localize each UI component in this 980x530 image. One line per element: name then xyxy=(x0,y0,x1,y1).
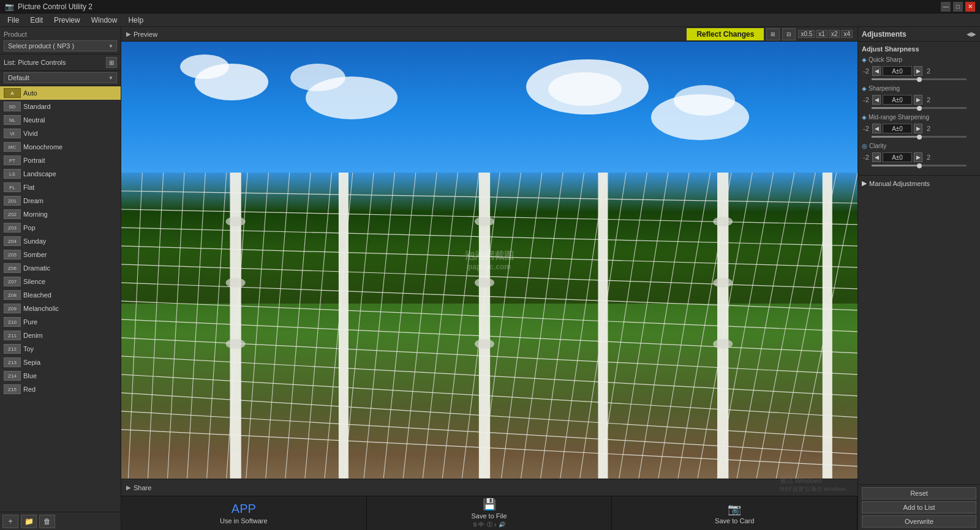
maximize-button[interactable]: □ xyxy=(953,2,963,12)
new-preset-button[interactable]: + xyxy=(2,515,18,528)
clarity-slider[interactable] xyxy=(862,165,976,166)
preset-item-dramatic[interactable]: Z06Dramatic xyxy=(0,261,121,275)
preset-item-bleached[interactable]: Z08Bleached xyxy=(0,288,121,302)
menubar: File Edit Preview Window Help xyxy=(0,13,980,27)
save-to-card-button[interactable]: 📷 Save to Card xyxy=(612,496,858,530)
sharpening-slider[interactable] xyxy=(862,107,976,109)
menu-window[interactable]: Window xyxy=(86,15,123,26)
menu-help[interactable]: Help xyxy=(123,15,148,26)
preset-icon-denim: Z11 xyxy=(4,330,21,340)
right-panel-collapse[interactable]: ◀▶ xyxy=(967,29,976,39)
preset-name-vivid: Vivid xyxy=(23,130,38,137)
quick-sharp-icon: ◈ xyxy=(862,56,867,63)
svg-point-64 xyxy=(713,339,733,349)
preset-icon-flat: FL xyxy=(4,182,21,192)
preset-item-red[interactable]: Z15Red xyxy=(0,383,121,396)
midrange-slider[interactable] xyxy=(862,136,976,138)
preset-icon-sunday: Z04 xyxy=(4,236,21,246)
preset-name-flat: Flat xyxy=(23,184,34,191)
preset-dropdown[interactable]: Default xyxy=(0,71,121,86)
app-title: Picture Control Utility 2 xyxy=(18,2,92,11)
preset-item-flat[interactable]: FLFlat xyxy=(0,181,121,194)
app-icon-bottom: APP xyxy=(232,502,256,516)
preset-icon-silence: Z07 xyxy=(4,277,21,286)
delete-button[interactable]: 🗑 xyxy=(39,515,55,528)
preset-item-dream[interactable]: Z01Dream xyxy=(0,194,121,207)
minimize-button[interactable]: — xyxy=(941,2,951,12)
preset-item-sepia[interactable]: Z13Sepia xyxy=(0,356,121,369)
preset-item-morning[interactable]: Z02Morning xyxy=(0,207,121,221)
clarity-inc[interactable]: ▶ xyxy=(914,152,922,162)
preset-item-pure[interactable]: Z10Pure xyxy=(0,315,121,329)
preset-icon-pop: Z03 xyxy=(4,223,21,233)
preset-item-auto[interactable]: AAuto xyxy=(0,86,121,100)
preset-item-silence[interactable]: Z07Silence xyxy=(0,275,121,288)
menu-preview[interactable]: Preview xyxy=(49,15,85,26)
preset-item-monochrome[interactable]: MCMonochrome xyxy=(0,140,121,154)
manual-adjustments-section: ▶ Manual Adjustments xyxy=(858,176,980,191)
preset-item-vivid[interactable]: VIVivid xyxy=(0,127,121,140)
svg-rect-55 xyxy=(823,173,832,479)
product-dropdown-wrapper[interactable]: Select product ( NP3 ) xyxy=(4,40,117,51)
reflect-changes-button[interactable]: Reflect Changes xyxy=(687,28,764,40)
preset-item-blue[interactable]: Z14Blue xyxy=(0,369,121,383)
use-in-software-button[interactable]: APP Use in Software xyxy=(121,496,367,530)
close-button[interactable]: ✕ xyxy=(965,2,975,12)
folder-button[interactable]: 📁 xyxy=(21,515,37,528)
preview-toolbar: Reflect Changes ⊞ ⊟ x0.5 x1 x2 x4 xyxy=(687,28,853,40)
midrange-dec[interactable]: ◀ xyxy=(872,124,881,133)
clarity-group: ◎ Clarity -2 ◀ A±0 ▶ 2 xyxy=(862,143,976,166)
preset-item-pop[interactable]: Z03Pop xyxy=(0,221,121,234)
clarity-dec[interactable]: ◀ xyxy=(872,152,881,162)
preset-list: AAutoSDStandardNLNeutralVIVividMCMonochr… xyxy=(0,86,121,512)
sharpening-inc[interactable]: ▶ xyxy=(914,95,922,105)
midrange-fill xyxy=(872,136,919,138)
chinese-bar: S 中· ⓣ ♪ 🔊 xyxy=(473,521,505,529)
preset-item-denim[interactable]: Z11Denim xyxy=(0,329,121,342)
preset-dropdown-wrapper[interactable]: Default xyxy=(4,72,117,83)
app-icon: 📷 xyxy=(5,2,14,11)
zoom-fit-button[interactable]: ⊟ xyxy=(782,28,796,40)
zoom-controls: x0.5 x1 x2 x4 xyxy=(798,30,853,38)
overwrite-button[interactable]: Overwrite xyxy=(862,515,976,528)
menu-edit[interactable]: Edit xyxy=(25,15,48,26)
zoom-x1[interactable]: x1 xyxy=(816,30,827,38)
product-section: Product Select product ( NP3 ) xyxy=(0,27,121,54)
preset-item-toy[interactable]: Z12Toy xyxy=(0,342,121,356)
save-to-file-button[interactable]: 💾 Save to File S 中· ⓣ ♪ 🔊 xyxy=(367,496,612,530)
midrange-inc[interactable]: ▶ xyxy=(914,124,922,133)
preset-item-somber[interactable]: Z05Somber xyxy=(0,248,121,261)
quick-sharp-inc[interactable]: ▶ xyxy=(914,66,922,76)
titlebar-controls[interactable]: — □ ✕ xyxy=(941,2,975,12)
preset-item-neutral[interactable]: NLNeutral xyxy=(0,113,121,127)
menu-file[interactable]: File xyxy=(2,15,24,26)
reset-button[interactable]: Reset xyxy=(862,487,976,499)
quick-sharp-slider[interactable] xyxy=(862,78,976,80)
preset-icon-dream: Z01 xyxy=(4,196,21,206)
right-panel-header: Adjustments ◀▶ xyxy=(858,27,980,42)
quick-sharp-dec[interactable]: ◀ xyxy=(872,66,881,76)
right-panel: Adjustments ◀▶ Adjust Sharpness ◈ Quick … xyxy=(858,27,980,530)
svg-point-58 xyxy=(226,339,246,349)
preset-name-red: Red xyxy=(23,386,36,393)
preset-item-sunday[interactable]: Z04Sunday xyxy=(0,234,121,248)
preset-icon-auto: A xyxy=(4,88,21,98)
add-to-list-button[interactable]: Add to List xyxy=(862,501,976,513)
product-dropdown[interactable]: Select product ( NP3 ) xyxy=(4,40,117,51)
sharpening-dec[interactable]: ◀ xyxy=(872,95,881,105)
preset-item-landscape[interactable]: LSLandscape xyxy=(0,167,121,181)
zoom-x2[interactable]: x2 xyxy=(829,30,840,38)
preset-category-dropdown[interactable]: Default xyxy=(4,72,117,83)
zoom-x4[interactable]: x4 xyxy=(841,30,853,38)
zoom-x05[interactable]: x0.5 xyxy=(798,30,815,38)
preset-name-denim: Denim xyxy=(23,332,43,339)
compare-button[interactable]: ⊞ xyxy=(766,28,780,40)
svg-point-56 xyxy=(226,217,246,226)
preset-item-standard[interactable]: SDStandard xyxy=(0,100,121,113)
manual-adjustments-label[interactable]: ▶ Manual Adjustments xyxy=(862,179,976,187)
right-panel-spacer xyxy=(858,191,980,484)
preset-name-melancholic: Melancholic xyxy=(23,305,59,312)
preset-item-melancholic[interactable]: Z09Melancholic xyxy=(0,302,121,315)
list-view-button[interactable]: ⊞ xyxy=(106,57,117,68)
preset-item-portrait[interactable]: PTPortrait xyxy=(0,154,121,167)
